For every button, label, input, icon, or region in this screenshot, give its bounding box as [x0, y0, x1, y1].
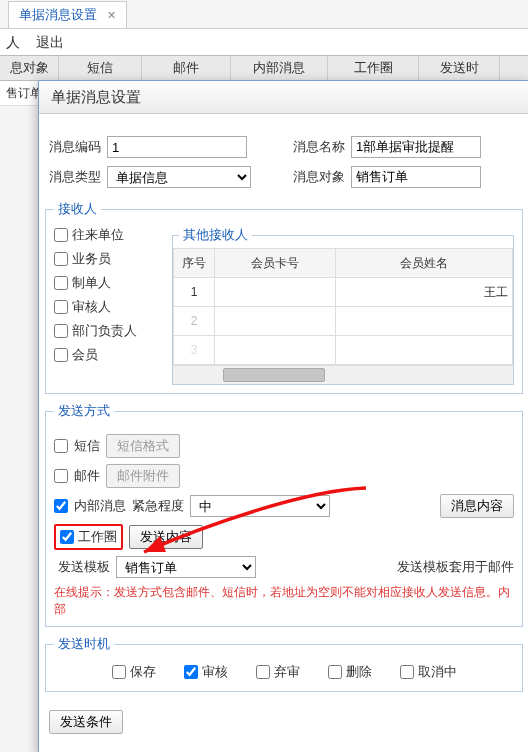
urgency-select[interactable]: 中	[190, 495, 330, 517]
chk-sms[interactable]	[54, 439, 68, 453]
col-sms[interactable]: 短信	[59, 56, 142, 80]
tab-active[interactable]: 单据消息设置 ✕	[8, 1, 127, 28]
chk-dept[interactable]: 部门负责人	[54, 322, 164, 340]
chk-member[interactable]: 会员	[54, 346, 164, 364]
column-header: 息对象 短信 邮件 内部消息 工作圈 发送时	[0, 56, 528, 81]
circle-label: 工作圈	[78, 528, 117, 546]
col-inner[interactable]: 内部消息	[231, 56, 328, 80]
msgtype-label: 消息类型	[45, 168, 101, 186]
mail-attach-button: 邮件附件	[106, 464, 180, 488]
chk-inner[interactable]	[54, 499, 68, 513]
th-name: 会员姓名	[336, 249, 513, 278]
msgname-label: 消息名称	[289, 138, 345, 156]
mail-label: 邮件	[74, 467, 100, 485]
recipients-group: 接收人 往来单位 业务员 制单人 审核人 部门负责人 会员 其他接收人 序号 会…	[45, 200, 523, 394]
sms-format-button: 短信格式	[106, 434, 180, 458]
col-obj[interactable]: 息对象	[0, 56, 59, 80]
tab-title: 单据消息设置	[19, 7, 97, 22]
col-mail[interactable]: 邮件	[142, 56, 231, 80]
tpl-label: 发送模板	[54, 558, 110, 576]
recipients-legend: 接收人	[54, 200, 101, 218]
sms-label: 短信	[74, 437, 100, 455]
col-time[interactable]: 发送时	[419, 56, 500, 80]
sendtiming-group: 发送时机 保存 审核 弃审 删除 取消中	[45, 635, 523, 692]
col-circle[interactable]: 工作圈	[328, 56, 419, 80]
msgobj-label: 消息对象	[289, 168, 345, 186]
table-row: 3	[174, 336, 513, 365]
msgname-input[interactable]	[351, 136, 481, 158]
menu-exit[interactable]: 退出	[36, 34, 64, 50]
dialog: 单据消息设置 消息编码 消息名称 消息类型 单据信息 消息对象 接收人 往来单位…	[38, 80, 528, 752]
other-legend: 其他接收人	[179, 226, 252, 244]
circle-content-button[interactable]: 发送内容	[129, 525, 203, 549]
menu-stub: 人	[6, 34, 20, 50]
msgtype-select[interactable]: 单据信息	[107, 166, 251, 188]
table-row: 1王工	[174, 278, 513, 307]
urg-label: 紧急程度	[132, 497, 184, 515]
chk-approve[interactable]: 审核	[184, 663, 228, 681]
close-icon[interactable]: ✕	[107, 9, 116, 21]
inner-label: 内部消息	[74, 497, 126, 515]
chk-sales[interactable]: 业务员	[54, 250, 164, 268]
dialog-title: 单据消息设置	[39, 81, 528, 114]
msgobj-input[interactable]	[351, 166, 481, 188]
content-button[interactable]: 消息内容	[440, 494, 514, 518]
tab-bar: 单据消息设置 ✕	[0, 0, 528, 29]
chk-mail[interactable]	[54, 469, 68, 483]
hscroll[interactable]	[173, 365, 513, 384]
msgcode-label: 消息编码	[45, 138, 101, 156]
chk-circle[interactable]	[60, 530, 74, 544]
msgcode-input[interactable]	[107, 136, 247, 158]
sendtiming-legend: 发送时机	[54, 635, 114, 653]
chk-cancel[interactable]: 取消中	[400, 663, 457, 681]
tpl-select[interactable]: 销售订单	[116, 556, 256, 578]
chk-partner[interactable]: 往来单位	[54, 226, 164, 244]
recipient-table[interactable]: 序号 会员卡号 会员姓名 1王工 2 3	[173, 248, 513, 365]
tpl-note: 发送模板套用于邮件	[397, 558, 514, 576]
sendmethod-group: 发送方式 短信 短信格式 邮件 邮件附件 内部消息 紧急程度 中 消息内容 工作…	[45, 402, 523, 627]
chk-approver[interactable]: 审核人	[54, 298, 164, 316]
other-recipients: 其他接收人 序号 会员卡号 会员姓名 1王工 2 3	[172, 226, 514, 385]
chk-delete[interactable]: 删除	[328, 663, 372, 681]
th-card: 会员卡号	[215, 249, 336, 278]
sendmethod-legend: 发送方式	[54, 402, 114, 420]
th-no: 序号	[174, 249, 215, 278]
online-tip: 在线提示：发送方式包含邮件、短信时，若地址为空则不能对相应接收人发送信息。内部	[54, 584, 514, 618]
menu-bar: 人 退出	[0, 29, 528, 56]
send-condition-button[interactable]: 发送条件	[49, 710, 123, 734]
chk-creator[interactable]: 制单人	[54, 274, 164, 292]
workcircle-highlight: 工作圈	[54, 524, 123, 550]
table-row: 2	[174, 307, 513, 336]
chk-save[interactable]: 保存	[112, 663, 156, 681]
recipient-checks: 往来单位 业务员 制单人 审核人 部门负责人 会员	[54, 226, 164, 385]
chk-unapprove[interactable]: 弃审	[256, 663, 300, 681]
